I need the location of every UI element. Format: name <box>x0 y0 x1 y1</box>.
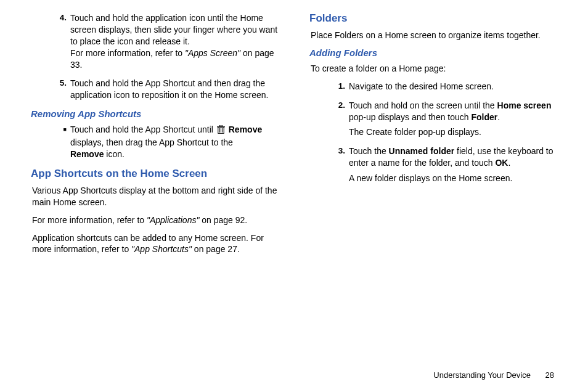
text: icon. <box>104 149 124 159</box>
text: pop-up displays and then touch <box>349 112 471 122</box>
list-number: 5. <box>49 78 70 101</box>
list-number: 4. <box>49 12 70 70</box>
remove-icon-label: Remove <box>70 149 104 159</box>
heading-adding-folders: Adding Folders <box>309 47 557 58</box>
text: For more information, refer to <box>32 215 147 225</box>
bold-text: Unnamed folder <box>389 146 455 156</box>
page-number: 28 <box>545 370 554 380</box>
text: . <box>508 158 510 168</box>
heading-app-shortcuts-home: App Shortcuts on the Home Screen <box>31 168 279 180</box>
list-body: Touch and hold the application icon unti… <box>70 12 279 70</box>
list-item-1: 1. Navigate to the desired Home screen. <box>328 81 557 92</box>
text: on page 92. <box>199 215 247 225</box>
reference: "App Shortcuts" <box>131 244 192 254</box>
list-item-5: 5. Touch and hold the App Shortcut and t… <box>49 78 279 101</box>
list-number: 1. <box>328 81 349 92</box>
paragraph: Place Folders on a Home screen to organi… <box>311 30 557 41</box>
list-number: 3. <box>328 145 349 184</box>
bullet-list: ■ Touch and hold the App Shortcut until … <box>31 124 279 160</box>
text: displays, then drag the App Shortcut to … <box>70 137 233 147</box>
section-name: Understanding Your Device <box>433 370 531 380</box>
text: Touch the <box>349 146 389 156</box>
text: Navigate to the desired Home screen. <box>349 81 494 91</box>
numbered-list-45: 4. Touch and hold the application icon u… <box>31 12 279 101</box>
text: For more information, refer to <box>70 48 185 58</box>
list-body: Touch the Unnamed folder field, use the … <box>349 145 557 184</box>
reference: "Apps Screen" <box>185 48 240 58</box>
heading-removing-shortcuts: Removing App Shortcuts <box>31 108 279 119</box>
bold-text: Folder <box>471 112 497 122</box>
text: Touch and hold on the screen until the <box>349 100 497 110</box>
text: A new folder displays on the Home screen… <box>349 173 512 183</box>
list-item-3: 3. Touch the Unnamed folder field, use t… <box>328 145 557 184</box>
text: Touch and hold the App Shortcut until <box>70 125 216 134</box>
bullet-item: ■ Touch and hold the App Shortcut until … <box>49 124 279 160</box>
reference: "Applications" <box>147 215 199 225</box>
page: 4. Touch and hold the application icon u… <box>0 0 588 286</box>
text: on page 27. <box>192 244 240 254</box>
list-number: 2. <box>328 100 349 139</box>
square-bullet-icon: ■ <box>49 124 70 160</box>
paragraph: For more information, refer to "Applicat… <box>32 214 279 226</box>
paragraph: To create a folder on a Home page: <box>311 63 557 75</box>
list-item-4: 4. Touch and hold the application icon u… <box>49 12 279 70</box>
bold-text: OK <box>495 158 508 168</box>
list-body: Navigate to the desired Home screen. <box>349 81 494 92</box>
text: Touch and hold the application icon unti… <box>70 13 277 46</box>
left-column: 4. Touch and hold the application icon u… <box>31 12 294 261</box>
numbered-list-folders: 1. Navigate to the desired Home screen. … <box>309 81 557 184</box>
svg-rect-1 <box>219 125 222 126</box>
page-footer: Understanding Your Device 28 <box>433 370 554 380</box>
right-column: Folders Place Folders on a Home screen t… <box>294 12 557 261</box>
bullet-body: Touch and hold the App Shortcut until Re… <box>70 124 279 160</box>
bold-text: Home screen <box>497 100 552 110</box>
list-body: Touch and hold on the screen until the H… <box>349 100 557 139</box>
list-body: Touch and hold the App Shortcut and then… <box>70 78 279 101</box>
list-item-2: 2. Touch and hold on the screen until th… <box>328 100 557 139</box>
text: . <box>497 112 500 122</box>
heading-folders: Folders <box>309 12 557 25</box>
remove-label: Remove <box>229 125 262 134</box>
text: The Create folder pop-up displays. <box>349 127 481 137</box>
paragraph: Various App Shortcuts display at the bot… <box>32 185 279 208</box>
text: Touch and hold the App Shortcut and then… <box>70 78 268 100</box>
paragraph: Application shortcuts can be added to an… <box>32 232 279 256</box>
trash-icon <box>217 125 225 137</box>
